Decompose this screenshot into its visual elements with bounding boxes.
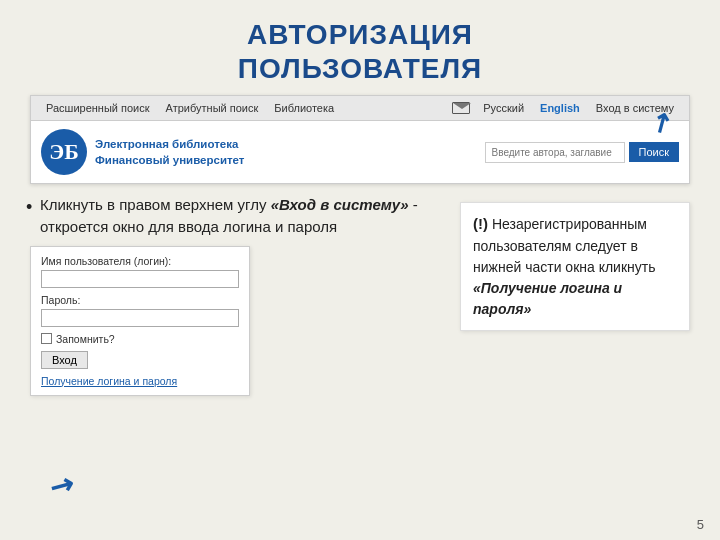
search-button[interactable]: Поиск bbox=[629, 142, 679, 162]
login-button[interactable]: Вход bbox=[41, 351, 88, 369]
nav-library[interactable]: Библиотека bbox=[267, 99, 341, 117]
nav-english[interactable]: English bbox=[533, 99, 587, 117]
password-input[interactable] bbox=[41, 309, 239, 327]
callout-text: Незарегистрированным пользователям следу… bbox=[473, 216, 656, 275]
left-content: Кликнуть в правом верхнем углу «Вход в с… bbox=[30, 194, 450, 396]
instruction-text: Кликнуть в правом верхнем углу «Вход в с… bbox=[30, 194, 450, 238]
remember-me: Запомнить? bbox=[41, 333, 239, 345]
nav-russian[interactable]: Русский bbox=[476, 99, 531, 117]
callout-exclaim: (!) bbox=[473, 215, 488, 232]
username-label: Имя пользователя (логин): bbox=[41, 255, 239, 267]
password-label: Пароль: bbox=[41, 294, 239, 306]
username-input[interactable] bbox=[41, 270, 239, 288]
search-input[interactable] bbox=[485, 142, 625, 163]
logo-text: Электронная библиотека Финансовый универ… bbox=[95, 136, 244, 168]
logo-circle: ЭБ bbox=[41, 129, 87, 175]
login-form: Имя пользователя (логин): Пароль: Запомн… bbox=[30, 246, 250, 396]
nav-advanced-search[interactable]: Расширенный поиск bbox=[39, 99, 157, 117]
slide-title: АВТОРИЗАЦИЯ ПОЛЬЗОВАТЕЛЯ bbox=[0, 0, 720, 95]
remember-checkbox[interactable] bbox=[41, 333, 52, 344]
search-area: Поиск bbox=[485, 142, 679, 163]
logo-search-bar: ЭБ Электронная библиотека Финансовый уни… bbox=[31, 121, 689, 183]
logo-box: ЭБ Электронная библиотека Финансовый уни… bbox=[41, 129, 244, 175]
content-area: Кликнуть в правом верхнем углу «Вход в с… bbox=[30, 194, 690, 396]
nav-attribute-search[interactable]: Атрибутный поиск bbox=[159, 99, 266, 117]
navigation-bar: Расширенный поиск Атрибутный поиск Библи… bbox=[31, 96, 689, 121]
browser-mockup: Расширенный поиск Атрибутный поиск Библи… bbox=[30, 95, 690, 184]
slide-container: АВТОРИЗАЦИЯ ПОЛЬЗОВАТЕЛЯ Расширенный пои… bbox=[0, 0, 720, 540]
callout-box: (!) Незарегистрированным пользователям с… bbox=[460, 202, 690, 331]
email-icon[interactable] bbox=[452, 102, 470, 114]
arrow-login-link-icon: ↗ bbox=[43, 465, 79, 505]
get-credentials-link[interactable]: Получение логина и пароля bbox=[41, 375, 177, 387]
page-number: 5 bbox=[697, 517, 704, 532]
callout-bold-italic: «Получение логина и пароля» bbox=[473, 280, 622, 317]
